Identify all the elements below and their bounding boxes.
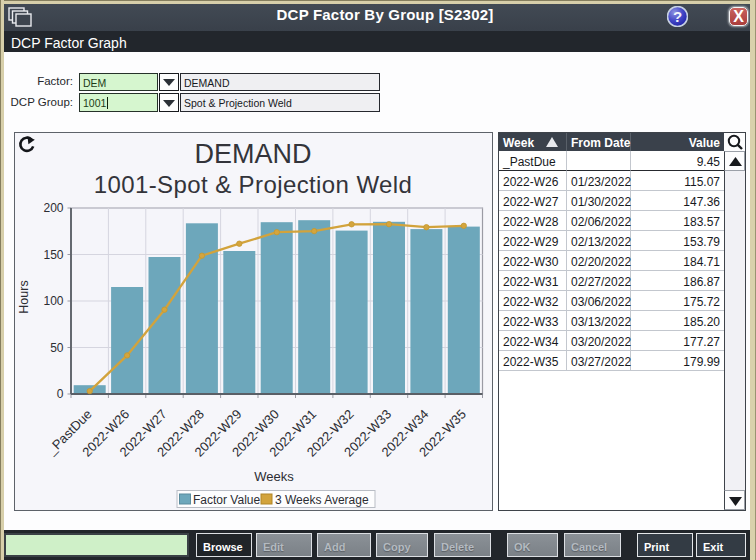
svg-text:100: 100 bbox=[43, 294, 63, 308]
svg-text:3 Weeks Average: 3 Weeks Average bbox=[275, 493, 369, 507]
svg-text:50: 50 bbox=[50, 341, 64, 355]
svg-text:150: 150 bbox=[43, 248, 63, 262]
svg-text:Weeks: Weeks bbox=[254, 469, 294, 484]
svg-text:Factor Value: Factor Value bbox=[193, 493, 260, 507]
svg-text:1001-Spot & Projection Weld: 1001-Spot & Projection Weld bbox=[94, 171, 413, 198]
svg-text:DEMAND: DEMAND bbox=[194, 139, 311, 169]
svg-text:?: ? bbox=[673, 8, 682, 25]
svg-text:Hours: Hours bbox=[17, 280, 31, 313]
svg-text:0: 0 bbox=[57, 387, 64, 401]
svg-text:200: 200 bbox=[43, 201, 63, 215]
